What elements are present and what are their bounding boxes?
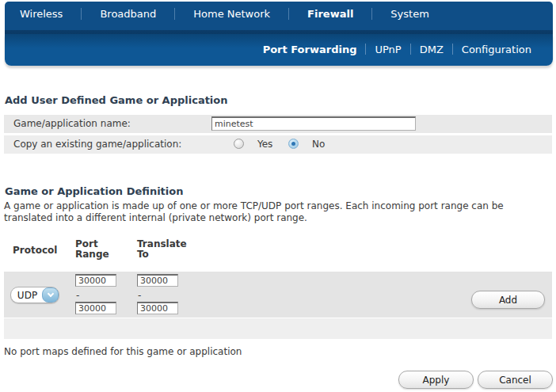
top-navigation: Wireless Broadband Home Network Firewall… (5, 2, 553, 30)
definition-description: A game or application is made up of one … (4, 200, 504, 224)
protocol-select[interactable]: UDP (10, 287, 59, 303)
page: Wireless Broadband Home Network Firewall… (0, 0, 556, 392)
nav-item-broadband[interactable]: Broadband (100, 8, 156, 20)
nav-item-wireless[interactable]: Wireless (20, 8, 63, 20)
port-range-to-input[interactable] (75, 302, 116, 314)
subnav-item-upnp[interactable]: UPnP (375, 44, 401, 55)
game-name-row: Game/application name: (4, 115, 552, 133)
description-line-2: translated into a different internal (pr… (4, 212, 504, 224)
game-name-input[interactable] (211, 116, 416, 131)
column-header-port-range: Port Range (75, 239, 115, 260)
copy-existing-label: Copy an existing game/application: (13, 139, 181, 150)
nav-separator (410, 44, 411, 55)
nav-separator (174, 8, 175, 20)
description-line-1: A game or application is made up of one … (4, 200, 504, 212)
chevron-down-icon (42, 287, 59, 303)
translate-dash: - (138, 290, 141, 301)
radio-yes-label: Yes (257, 139, 272, 150)
radio-yes[interactable] (234, 139, 244, 149)
empty-port-map-row (4, 318, 552, 339)
section-title-definition: Game or Application Definition (5, 185, 183, 197)
nav-separator (365, 44, 366, 55)
subnav-item-configuration[interactable]: Configuration (462, 44, 531, 55)
radio-no-label: No (312, 139, 325, 150)
copy-existing-row: Copy an existing game/application: Yes N… (4, 135, 552, 154)
column-header-protocol: Protocol (13, 245, 57, 256)
column-header-translate-to: Translate To (137, 239, 189, 260)
radio-no[interactable] (288, 139, 299, 149)
port-range-dash: - (76, 290, 79, 301)
add-button[interactable]: Add (471, 291, 545, 309)
cancel-button[interactable]: Cancel (478, 371, 553, 389)
nav-item-firewall[interactable]: Firewall (307, 8, 353, 20)
port-range-from-input[interactable] (75, 274, 116, 287)
radio-dot (291, 142, 295, 146)
translate-to-input[interactable] (137, 302, 178, 314)
nav-item-system[interactable]: System (390, 8, 428, 20)
nav-item-home-network[interactable]: Home Network (193, 8, 270, 20)
translate-from-input[interactable] (137, 274, 178, 287)
subnav-item-port-forwarding[interactable]: Port Forwarding (263, 44, 357, 55)
port-map-row: UDP - - Add (4, 272, 552, 318)
protocol-select-value: UDP (11, 290, 42, 301)
apply-button[interactable]: Apply (398, 371, 474, 389)
subnav-item-dmz[interactable]: DMZ (420, 44, 444, 55)
nav-separator (81, 8, 82, 20)
nav-separator (288, 8, 289, 20)
no-port-maps-message: No port maps defined for this game or ap… (4, 346, 242, 358)
sub-navigation: Port Forwarding UPnP DMZ Configuration (5, 34, 553, 66)
nav-separator (452, 44, 453, 55)
game-name-label: Game/application name: (13, 118, 131, 129)
section-title-add-game: Add User Defined Game or Application (5, 94, 228, 106)
nav-separator (371, 8, 372, 20)
